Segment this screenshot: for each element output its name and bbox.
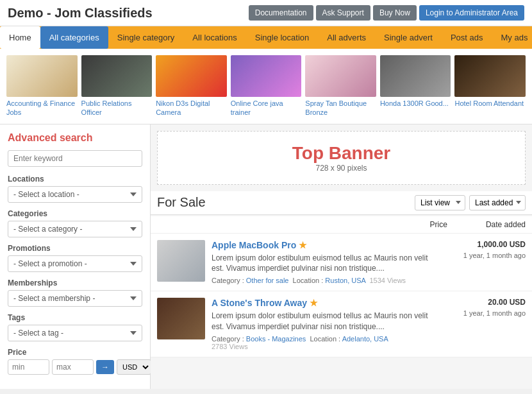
price-label: Price xyxy=(8,348,142,357)
listing-title-0[interactable]: Apple MacBook Pro ★ xyxy=(212,240,436,250)
promotions-select[interactable]: - Select a promotion - xyxy=(8,255,142,272)
listing-link-1[interactable]: A Stone's Throw Away xyxy=(212,298,307,308)
view-select[interactable]: List view Grid view xyxy=(415,195,465,210)
listing-body-0: Apple MacBook Pro ★ Lorem ipsum dolor es… xyxy=(212,240,436,285)
header: Demo - Jom Classifieds Documentation Ask… xyxy=(0,0,532,26)
nav: Home All categories Single category All … xyxy=(0,26,532,49)
featured-label-2: Nikon D3s Digital Camera xyxy=(156,99,227,117)
nav-item-single-location[interactable]: Single location xyxy=(246,26,319,49)
price-max-input[interactable] xyxy=(52,359,94,375)
promotions-label: Promotions xyxy=(8,244,142,253)
listing-views-0: 1534 Views xyxy=(369,277,406,284)
date-column-header: Date added xyxy=(486,220,526,229)
buy-button[interactable]: Buy Now xyxy=(373,5,417,21)
nav-item-single-category[interactable]: Single category xyxy=(108,26,184,49)
featured-star-icon-0: ★ xyxy=(299,240,307,250)
categories-select[interactable]: - Select a category - xyxy=(8,221,142,237)
memberships-select[interactable]: - Select a membership - xyxy=(8,290,142,307)
featured-item-1[interactable]: Public Relations Officer xyxy=(81,55,153,117)
featured-label-1: Public Relations Officer xyxy=(81,99,153,117)
nav-item-all-locations[interactable]: All locations xyxy=(183,26,245,49)
categories-label: Categories xyxy=(8,209,142,218)
listing-right-0: 1,000.00 USD 1 year, 1 month ago xyxy=(442,240,526,285)
listing-desc-0: Lorem ipsum dolor estibulum euismod tell… xyxy=(212,253,436,275)
featured-item-6[interactable]: Hotel Room Attendant xyxy=(454,55,526,117)
nav-item-all-categories[interactable]: All categories xyxy=(40,26,108,49)
sidebar: Advanced search Locations - Select a loc… xyxy=(0,124,151,389)
categories-section: Categories - Select a category - xyxy=(8,209,142,237)
table-row: Apple MacBook Pro ★ Lorem ipsum dolor es… xyxy=(151,234,532,292)
search-input[interactable] xyxy=(8,150,142,167)
listing-right-1: 20.00 USD 1 year, 1 month ago xyxy=(442,298,526,350)
listing-title-1[interactable]: A Stone's Throw Away ★ xyxy=(212,298,436,308)
docs-button[interactable]: Documentation xyxy=(249,5,313,21)
site-title: Demo - Jom Classifieds xyxy=(8,6,153,21)
table-row: A Stone's Throw Away ★ Lorem ipsum dolor… xyxy=(151,291,532,357)
featured-label-4: Spray Tan Boutique Bronze xyxy=(305,99,376,117)
forsale-header: For Sale List view Grid view Last added … xyxy=(151,191,532,215)
advanced-search-title: Advanced search xyxy=(8,132,142,144)
listing-body-1: A Stone's Throw Away ★ Lorem ipsum dolor… xyxy=(212,298,436,350)
content-area: Top Banner 728 x 90 pixels For Sale List… xyxy=(151,124,532,389)
banner-title: Top Banner xyxy=(169,143,513,164)
listing-image-0 xyxy=(157,240,205,282)
header-buttons: Documentation Ask Support Buy Now Login … xyxy=(249,5,524,21)
price-min-input[interactable] xyxy=(8,359,49,375)
listing-meta-1: Category : Books - Magazines Location : … xyxy=(212,335,436,350)
banner-subtitle: 728 x 90 pixels xyxy=(169,164,513,173)
price-column-header: Price xyxy=(430,220,447,229)
listing-desc-1: Lorem ipsum dolor estibulum euismod tell… xyxy=(212,311,436,332)
featured-item-4[interactable]: Spray Tan Boutique Bronze xyxy=(305,55,376,117)
featured-section: Accounting & Finance Jobs Public Relatio… xyxy=(0,49,532,124)
locations-select[interactable]: - Select a location - xyxy=(8,186,142,203)
listing-location-1[interactable]: Adelanto, USA xyxy=(342,335,388,343)
featured-item-2[interactable]: Nikon D3s Digital Camera xyxy=(156,55,227,117)
tags-section: Tags - Select a tag - xyxy=(8,313,142,341)
memberships-label: Memberships xyxy=(8,278,142,287)
listing-category-1[interactable]: Books - Magazines xyxy=(246,335,306,343)
featured-label-3: Online Core java trainer xyxy=(231,99,302,117)
nav-item-my-ads[interactable]: My ads xyxy=(492,26,532,49)
price-search-button[interactable]: → xyxy=(96,360,114,374)
listing-location-0[interactable]: Ruston, USA xyxy=(325,277,365,284)
memberships-section: Memberships - Select a membership - xyxy=(8,278,142,307)
listings-container: Price Date added Apple MacBook Pro ★ Lor… xyxy=(151,216,532,357)
sort-select[interactable]: Last added Price asc Price desc xyxy=(469,195,526,210)
locations-section: Locations - Select a location - xyxy=(8,175,142,203)
featured-label-5: Honda 1300R Good... xyxy=(380,99,451,108)
tags-label: Tags xyxy=(8,313,142,322)
listing-image-1 xyxy=(157,298,205,339)
featured-label-0: Accounting & Finance Jobs xyxy=(6,99,78,117)
main-layout: Advanced search Locations - Select a loc… xyxy=(0,124,532,389)
listing-price-1: 20.00 USD xyxy=(442,298,526,307)
price-currency-select[interactable]: USD xyxy=(117,359,151,375)
listing-link-0[interactable]: Apple MacBook Pro xyxy=(212,240,296,250)
listing-views-1: 2783 Views xyxy=(212,343,248,350)
featured-item-0[interactable]: Accounting & Finance Jobs xyxy=(6,55,78,117)
nav-item-post-ads[interactable]: Post ads xyxy=(442,26,492,49)
price-section: Price → USD xyxy=(8,348,142,375)
locations-label: Locations xyxy=(8,175,142,184)
price-row: → USD xyxy=(8,359,142,375)
featured-star-icon-1: ★ xyxy=(310,298,318,308)
promotions-section: Promotions - Select a promotion - xyxy=(8,244,142,272)
nav-item-home[interactable]: Home xyxy=(0,26,40,49)
listing-price-0: 1,000.00 USD xyxy=(442,240,526,249)
support-button[interactable]: Ask Support xyxy=(316,5,370,21)
forsale-controls: List view Grid view Last added Price asc… xyxy=(415,195,526,210)
listing-date-1: 1 year, 1 month ago xyxy=(442,309,526,317)
featured-label-6: Hotel Room Attendant xyxy=(454,99,526,108)
featured-item-3[interactable]: Online Core java trainer xyxy=(231,55,302,117)
featured-item-5[interactable]: Honda 1300R Good... xyxy=(380,55,451,117)
admin-button[interactable]: Login to Administrator Area xyxy=(419,5,524,21)
tags-select[interactable]: - Select a tag - xyxy=(8,325,142,341)
listing-category-0[interactable]: Other for sale xyxy=(246,277,289,284)
nav-item-single-advert[interactable]: Single advert xyxy=(375,26,442,49)
nav-item-all-adverts[interactable]: All adverts xyxy=(318,26,375,49)
listing-date-0: 1 year, 1 month ago xyxy=(442,252,526,259)
listings-header: Price Date added xyxy=(151,216,532,234)
forsale-title: For Sale xyxy=(157,195,206,210)
top-banner: Top Banner 728 x 90 pixels xyxy=(157,131,526,185)
listing-meta-0: Category : Other for sale Location : Rus… xyxy=(212,277,436,284)
